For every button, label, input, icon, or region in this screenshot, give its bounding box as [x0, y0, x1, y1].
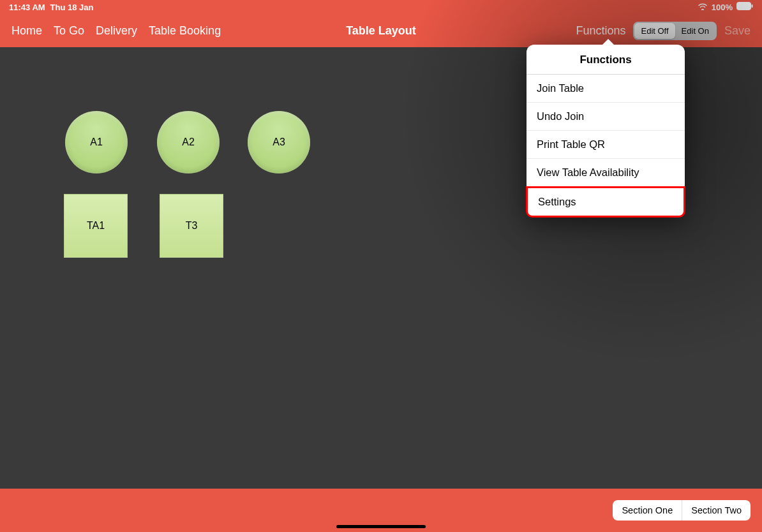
edit-mode-toggle: Edit Off Edit On [633, 22, 716, 40]
nav-delivery[interactable]: Delivery [96, 24, 137, 38]
popover-arrow-icon [602, 39, 615, 45]
functions-popover: Functions Join TableUndo JoinPrint Table… [527, 45, 685, 217]
wifi-icon [698, 3, 708, 12]
popover-item-print-table-qr[interactable]: Print Table QR [527, 131, 685, 159]
nav-home[interactable]: Home [11, 24, 42, 38]
svg-rect-1 [752, 4, 753, 8]
svg-rect-0 [737, 3, 751, 10]
home-indicator[interactable] [336, 525, 426, 528]
section-one-button[interactable]: Section One [613, 500, 682, 521]
functions-button[interactable]: Functions [576, 24, 625, 38]
table-square[interactable]: TA1 [64, 194, 128, 258]
edit-on-button[interactable]: Edit On [675, 23, 715, 39]
popover-item-join-table[interactable]: Join Table [527, 75, 685, 103]
page-title: Table Layout [346, 24, 416, 38]
nav-table-booking[interactable]: Table Booking [149, 24, 221, 38]
status-date: Thu 18 Jan [50, 3, 94, 12]
section-two-button[interactable]: Section Two [682, 500, 751, 521]
status-bar: 11:43 AM Thu 18 Jan 100% [0, 0, 762, 14]
battery-icon [736, 2, 753, 12]
edit-off-button[interactable]: Edit Off [634, 23, 675, 39]
status-battery-percent: 100% [712, 3, 733, 12]
app-header: Home To Go Delivery Table Booking Table … [0, 14, 762, 47]
popover-item-view-table-availability[interactable]: View Table Availability [527, 159, 685, 187]
footer-bar: Section One Section Two [0, 489, 762, 532]
table-circle[interactable]: A1 [65, 111, 128, 174]
nav-togo[interactable]: To Go [54, 24, 84, 38]
table-square[interactable]: T3 [160, 194, 223, 258]
nav-tabs: Home To Go Delivery Table Booking [11, 24, 221, 38]
table-circle[interactable]: A2 [157, 111, 220, 174]
popover-title: Functions [527, 45, 685, 75]
section-selector: Section One Section Two [613, 500, 751, 521]
status-time: 11:43 AM [9, 3, 45, 12]
table-circle[interactable]: A3 [248, 111, 310, 174]
popover-item-undo-join[interactable]: Undo Join [527, 103, 685, 131]
popover-item-settings[interactable]: Settings [526, 186, 685, 218]
save-button[interactable]: Save [724, 24, 751, 38]
